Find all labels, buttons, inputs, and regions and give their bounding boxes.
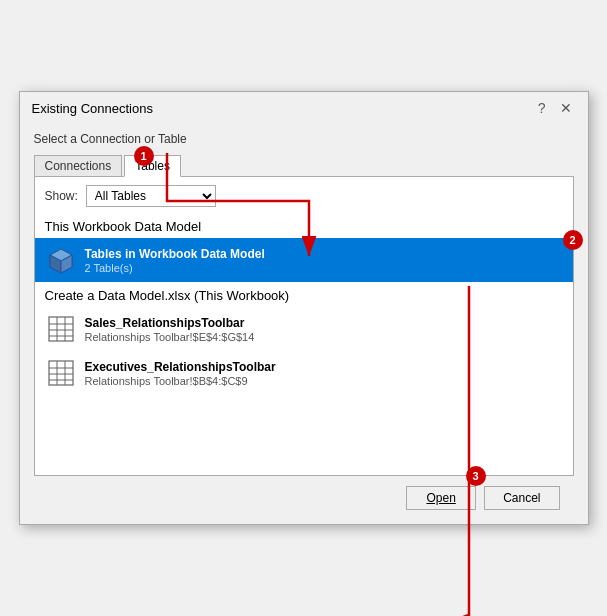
item-title-executives: Executives_RelationshipsToolbar bbox=[85, 360, 276, 374]
group-header-1: This Workbook Data Model bbox=[35, 215, 573, 238]
content-area: Show: All Tables This Workbook Data Mode… bbox=[34, 176, 574, 476]
close-icon[interactable]: ✕ bbox=[556, 100, 576, 116]
connections-tab-label: Connections bbox=[34, 155, 123, 177]
titlebar-icons: ? ✕ bbox=[534, 100, 576, 116]
list-item-sales[interactable]: Sales_RelationshipsToolbar Relationships… bbox=[35, 307, 573, 351]
tabs-row: Connections Tables 1 bbox=[34, 154, 574, 176]
item-subtitle-workbook-model: 2 Table(s) bbox=[85, 262, 265, 274]
dialog-title: Existing Connections bbox=[32, 101, 153, 116]
item-subtitle-sales: Relationships Toolbar!$E$4:$G$14 bbox=[85, 331, 255, 343]
help-icon[interactable]: ? bbox=[534, 100, 550, 116]
item-text-executives: Executives_RelationshipsToolbar Relation… bbox=[85, 360, 276, 387]
table-icon-sales bbox=[45, 313, 77, 345]
item-subtitle-executives: Relationships Toolbar!$B$4:$C$9 bbox=[85, 375, 276, 387]
annotation-2: 2 bbox=[563, 230, 583, 250]
show-label: Show: bbox=[45, 189, 78, 203]
annotation-3: 3 bbox=[466, 466, 486, 486]
section-label: Select a Connection or Table bbox=[34, 132, 574, 146]
list-item-executives[interactable]: Executives_RelationshipsToolbar Relation… bbox=[35, 351, 573, 395]
item-title-workbook-model: Tables in Workbook Data Model bbox=[85, 247, 265, 261]
item-text-workbook-model: Tables in Workbook Data Model 2 Table(s) bbox=[85, 247, 265, 274]
svg-rect-10 bbox=[49, 361, 73, 385]
item-text-sales: Sales_RelationshipsToolbar Relationships… bbox=[85, 316, 255, 343]
cube-icon bbox=[45, 244, 77, 276]
open-button[interactable]: Open bbox=[406, 486, 476, 510]
show-row: Show: All Tables bbox=[35, 185, 573, 215]
item-title-sales: Sales_RelationshipsToolbar bbox=[85, 316, 255, 330]
dialog-body: Select a Connection or Table Connections… bbox=[20, 122, 588, 524]
group-header-2: Create a Data Model.xlsx (This Workbook) bbox=[35, 282, 573, 307]
annotation-1: 1 bbox=[134, 146, 154, 166]
cancel-button[interactable]: Cancel bbox=[484, 486, 559, 510]
svg-rect-4 bbox=[49, 317, 73, 341]
table-icon-executives bbox=[45, 357, 77, 389]
button-row: 3 Open Cancel bbox=[34, 476, 574, 510]
titlebar: Existing Connections ? ✕ bbox=[20, 92, 588, 122]
show-select[interactable]: All Tables bbox=[86, 185, 216, 207]
existing-connections-dialog: Existing Connections ? ✕ Select a Connec… bbox=[19, 91, 589, 525]
list-item-workbook-model[interactable]: Tables in Workbook Data Model 2 Table(s) bbox=[35, 238, 573, 282]
